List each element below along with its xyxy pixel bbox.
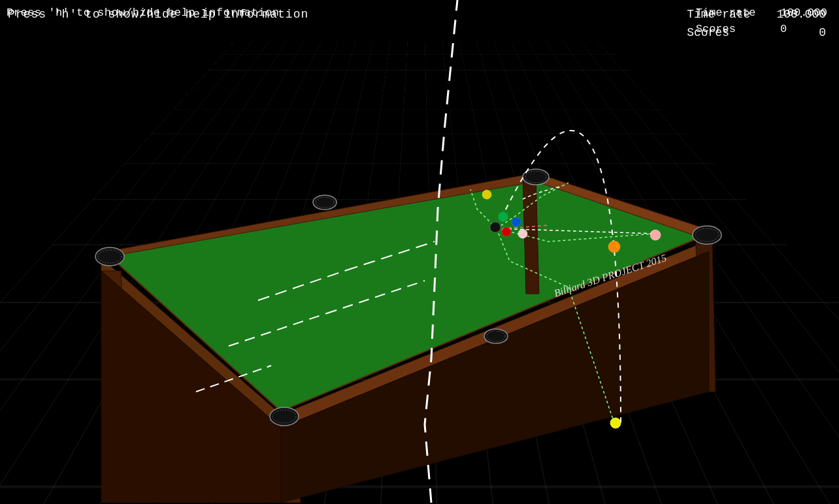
ball-pink bbox=[518, 229, 527, 238]
help-overlay: Press 'h' to show/hide help information bbox=[7, 7, 279, 19]
pocket-back-right bbox=[693, 226, 721, 244]
pocket-front-right bbox=[270, 407, 299, 426]
stats-overlay: Time rate 100.000 Scores 0 bbox=[696, 7, 827, 35]
ball-pink-right bbox=[650, 230, 661, 240]
scores-display-value: 0 bbox=[780, 23, 787, 35]
ball-black bbox=[490, 222, 501, 232]
ball-orange bbox=[608, 241, 620, 253]
time-rate-display-label: Time rate bbox=[696, 7, 756, 19]
scene-svg: Billiard 3D PROJECT 2015 bbox=[0, 0, 839, 504]
ball-green bbox=[499, 212, 508, 221]
scores-display-label: Scores bbox=[696, 23, 736, 35]
pocket-front-left bbox=[95, 247, 124, 266]
time-rate-display-value: 100.000 bbox=[781, 7, 827, 19]
ball-blue bbox=[512, 217, 521, 227]
scores-display-row: Scores 0 bbox=[696, 23, 827, 35]
ball-yellow-top bbox=[482, 190, 491, 199]
game-canvas[interactable]: Press 'h' to show/hide help information … bbox=[0, 0, 839, 504]
ball-cue-flying bbox=[610, 418, 621, 428]
ball-red bbox=[502, 227, 511, 236]
help-text-display: Press 'h' to show/hide help information bbox=[7, 7, 279, 19]
time-rate-display-row: Time rate 100.000 bbox=[696, 7, 827, 19]
